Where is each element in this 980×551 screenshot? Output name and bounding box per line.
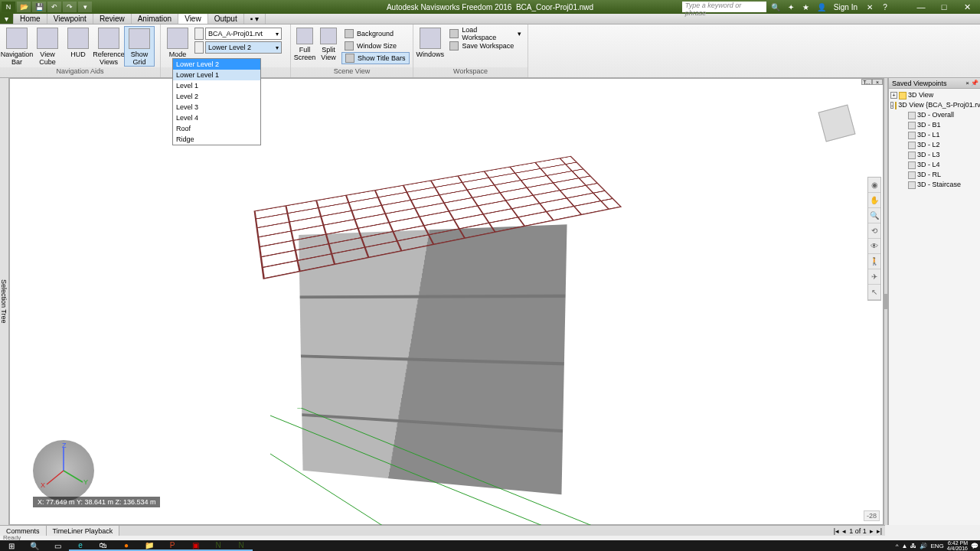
tree-item[interactable]: 3D - Staircase [890,180,978,190]
tree-item[interactable]: 3D - RL [890,170,978,180]
window-size-button[interactable]: Window Size [341,40,410,52]
show-grid-button[interactable]: Show Grid [124,26,155,67]
dropdown-item[interactable]: Roof [173,123,260,134]
app-icon[interactable]: ● [115,540,138,551]
hud-button[interactable]: HUD [63,26,93,67]
tab-viewpoint[interactable]: Viewpoint [47,14,93,24]
exchange-icon[interactable]: ✕ [864,2,876,12]
communication-icon[interactable]: ✦ [785,2,797,12]
dropdown-item[interactable]: Ridge [173,134,260,145]
qat-dropdown-icon[interactable]: ▾ [78,2,92,12]
steering-wheel-icon[interactable]: ◉ [868,178,880,193]
pan-icon[interactable]: ✋ [868,193,880,208]
orbit-icon[interactable]: ⟲ [868,223,880,239]
tab-view[interactable]: View [178,14,208,24]
look-icon[interactable]: 👁 [868,239,880,254]
start-button[interactable]: ⊞ [0,540,23,551]
viewport-close-icon[interactable]: × [872,79,883,85]
background-button[interactable]: Background [341,28,410,40]
edge-icon[interactable]: e [69,540,92,551]
tab-home[interactable]: Home [14,14,47,24]
windows-button[interactable]: Windows [415,26,445,67]
navisworks-icon[interactable]: N [207,540,230,551]
pager-first-icon[interactable]: |◂ [834,527,839,535]
tree-item[interactable]: 3D - B1 [890,120,978,130]
panel-pin-icon[interactable]: 📌 [971,80,978,86]
dropdown-item[interactable]: Level 3 [173,102,260,112]
pager-prev-icon[interactable]: ◂ [842,527,846,535]
minimize-button[interactable]: — [910,0,933,14]
store-icon[interactable]: 🛍 [92,540,115,551]
dropdown-item[interactable]: Level 1 [173,80,260,91]
select-icon[interactable]: ↖ [868,285,880,300]
tree-item[interactable]: 3D - L3 [890,150,978,160]
dropdown-item[interactable]: Level 2 [173,91,260,102]
reference-views-button[interactable]: Reference Views [93,26,124,67]
navisworks2-icon[interactable]: N [230,540,253,551]
tab-review[interactable]: Review [93,14,132,24]
xyz-axis-indicator[interactable]: Z Y X [33,440,94,501]
full-screen-button[interactable]: Full Screen [292,26,317,67]
close-button[interactable]: ✕ [956,0,978,14]
explorer-icon[interactable]: 📁 [138,540,161,551]
save-icon[interactable]: 💾 [32,2,46,12]
tree-item[interactable]: 3D - L1 [890,130,978,140]
file-browse-icon[interactable] [194,28,204,40]
pdf-icon[interactable]: ▣ [184,540,207,551]
help-icon[interactable]: ? [879,2,891,12]
navigation-bar-button[interactable]: Navigation Bar [2,26,32,67]
dropdown-item[interactable]: Level 4 [173,112,260,123]
undo-icon[interactable]: ↶ [47,2,61,12]
tree-item[interactable]: 3D - L2 [890,140,978,150]
view-cube-button[interactable]: View Cube [32,26,63,67]
pager-next-icon[interactable]: ▸ [870,527,874,535]
maximize-button[interactable]: □ [933,0,956,14]
task-view-icon[interactable]: ▭ [46,540,69,551]
open-icon[interactable]: 📂 [17,2,31,12]
dropdown-item[interactable]: Lower Level 1 [173,70,260,80]
powerpoint-icon[interactable]: P [161,540,184,551]
tab-output[interactable]: Output [208,14,244,24]
tree-item[interactable]: -3D View {BCA_S-Proj01.rv [890,100,978,110]
load-workspace-button[interactable]: Load Workspace ▾ [446,28,524,40]
volume-icon[interactable]: 🔊 [920,543,927,549]
user-icon[interactable]: 👤 [815,2,828,12]
panel-close-icon[interactable]: × [965,80,969,86]
language-indicator[interactable]: ENG [930,543,943,549]
clock[interactable]: 6:42 PM4/4/2016 [947,540,968,551]
autodesk-tray-icon[interactable]: ▲ [901,543,907,549]
dropdown-item[interactable]: Lower Level 2 [173,59,260,70]
walk-icon[interactable]: 🚶 [868,254,880,269]
tab-addins-icon[interactable]: ▪ ▾ [244,14,266,24]
pager-last-icon[interactable]: ▸| [877,527,882,535]
action-center-icon[interactable]: 💬 [971,543,978,549]
expander-icon[interactable]: + [890,92,897,99]
fly-icon[interactable]: ✈ [868,269,880,285]
redo-icon[interactable]: ↷ [63,2,77,12]
save-workspace-button[interactable]: Save Workspace [446,40,524,52]
expander-icon[interactable]: - [890,102,893,109]
search-input[interactable]: Type a keyword or phrase [682,2,766,12]
level-combo[interactable]: Lower Level 2 [205,41,282,54]
tab-animation[interactable]: Animation [132,14,178,24]
zoom-icon[interactable]: 🔍 [868,208,880,223]
timeliner-playback-tab[interactable]: TimeLiner Playback [47,526,120,536]
split-view-button[interactable]: Split View [317,26,340,67]
tree-item[interactable]: 3D - Overall [890,110,978,120]
3d-viewport[interactable]: T... × A B C D ◉ ✋ 🔍 ⟲ 👁 🚶 [9,78,884,525]
app-button[interactable]: ▾ [0,14,14,24]
show-title-bars-button[interactable]: Show Title Bars [341,52,410,64]
signin-button[interactable]: Sign In [831,3,861,11]
selection-tree-tab[interactable]: Selection Tree [0,78,9,525]
tree-item[interactable]: +3D View [890,90,978,100]
app-menu-icon[interactable]: N [2,2,15,12]
tray-chevron-icon[interactable]: ^ [896,543,899,549]
favorite-icon[interactable]: ★ [800,2,812,12]
grid-file-combo[interactable]: BCA_A-Proj01.rvt [205,28,282,40]
tree-item[interactable]: 3D - L4 [890,160,978,170]
view-cube[interactable] [814,100,860,146]
search-taskbar-icon[interactable]: 🔍 [23,540,46,551]
network-icon[interactable]: 🖧 [910,543,916,549]
search-icon[interactable]: 🔍 [769,2,782,12]
level-browse-icon[interactable] [194,41,204,54]
